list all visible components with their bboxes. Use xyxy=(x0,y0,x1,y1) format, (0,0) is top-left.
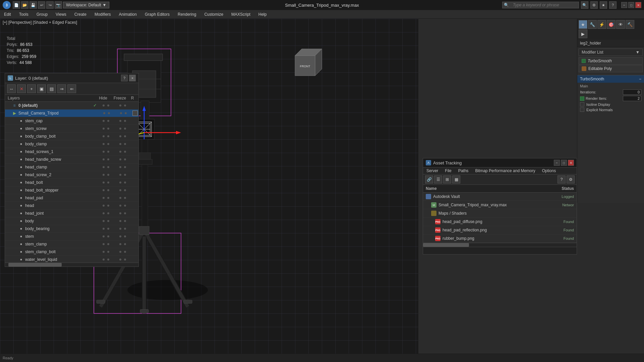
asset-item-max-file[interactable]: M Small_Camera_Tripod_max_vray.max Netwo… xyxy=(423,201,577,209)
menu-animation[interactable]: Animation xyxy=(115,11,141,18)
ts-minus[interactable]: − xyxy=(639,77,641,81)
menu-graph-editors[interactable]: Graph Editors xyxy=(141,11,174,18)
turbosmooth-modifier[interactable]: TurboSmooth xyxy=(579,57,643,65)
layer-tripod-checkbox[interactable] xyxy=(132,111,138,116)
asset-item-vault[interactable]: Autodesk Vault Logged xyxy=(423,193,577,201)
layer-item-body-bearing[interactable]: ■ body_bearing xyxy=(5,225,138,233)
asset-menu-options[interactable]: Options xyxy=(539,167,559,174)
layer-tool-select[interactable]: ▣ xyxy=(37,84,46,93)
layer-close-button[interactable]: × xyxy=(129,75,136,81)
capture-button[interactable]: 📷 xyxy=(55,1,62,9)
layer-item-tripod[interactable]: ▶ Small_Camera_Tripod xyxy=(5,110,138,117)
layer-help-button[interactable]: ? xyxy=(121,75,128,81)
layer-scrollbar[interactable] xyxy=(5,263,138,267)
hide-dots xyxy=(98,259,113,261)
menu-help[interactable]: Help xyxy=(254,11,271,18)
create-tab[interactable]: ★ xyxy=(579,20,587,29)
layer-item-water-level-liquid[interactable]: ■ water_level_liquid xyxy=(5,256,138,263)
ts-render-iters-input[interactable] xyxy=(623,96,641,101)
layer-item-head[interactable]: ■ head xyxy=(5,202,138,210)
layer-tool-move[interactable]: ▤ xyxy=(47,84,56,93)
open-file-button[interactable]: 📂 xyxy=(21,1,28,9)
display-tab[interactable]: 👁 xyxy=(616,20,625,29)
asset-menu-bitmap[interactable]: Bitmap Performance and Memory xyxy=(472,167,538,174)
layer-item-body-clamp-bolt[interactable]: ■ body_clamp_bolt xyxy=(5,133,138,140)
layer-tool-6[interactable]: ⇐ xyxy=(67,84,76,93)
extra-tab[interactable]: ▶ xyxy=(579,29,587,38)
ts-render-checkbox[interactable] xyxy=(580,96,584,101)
asset-reflection-status: Found xyxy=(547,228,574,232)
utilities-tab[interactable]: 🔨 xyxy=(626,20,634,29)
modifier-list-label[interactable]: Modifier List ▼ xyxy=(579,49,643,56)
asset-scrollbar[interactable] xyxy=(423,243,577,247)
layer-item-head-bolt[interactable]: ■ head_bolt xyxy=(5,179,138,187)
menu-customize[interactable]: Customize xyxy=(200,11,227,18)
layer-item-head-pad[interactable]: ■ head_pad xyxy=(5,194,138,202)
save-button[interactable]: 💾 xyxy=(30,1,37,9)
settings-icon[interactable]: ⚙ xyxy=(590,1,598,9)
ts-iterations-input[interactable] xyxy=(623,89,641,95)
menu-modifiers[interactable]: Modifiers xyxy=(91,11,115,18)
search-input[interactable] xyxy=(510,2,577,8)
layer-item-body[interactable]: ■ body xyxy=(5,217,138,225)
layer-item-stem-clamp[interactable]: ■ stem_clamp xyxy=(5,240,138,248)
layer-tool-delete[interactable]: ✕ xyxy=(17,84,26,93)
workspace-button[interactable]: Workspace: Default ▼ xyxy=(63,2,109,8)
asset-tool-settings[interactable]: ⚙ xyxy=(567,175,575,184)
asset-minimize-button[interactable]: − xyxy=(554,160,560,166)
asset-tool-2[interactable]: ☰ xyxy=(434,175,442,184)
ts-isoline-checkbox[interactable] xyxy=(580,102,584,106)
layer-item-head-bolt-stopper[interactable]: ■ head_bolt_stopper xyxy=(5,187,138,194)
layer-item-stem-clamp-bolt[interactable]: ■ stem_clamp_bolt xyxy=(5,248,138,256)
asset-item-bump[interactable]: PNG rubber_bump.png Found xyxy=(423,234,577,243)
png-icon: PNG xyxy=(435,227,441,233)
layer-item-default[interactable]: ≡ 0 (default) ✓ xyxy=(5,102,138,110)
menu-tools[interactable]: Tools xyxy=(15,11,33,18)
layer-item-stem[interactable]: ■ stem xyxy=(5,233,138,240)
help-button[interactable]: ? xyxy=(609,1,617,9)
menu-edit[interactable]: Edit xyxy=(0,11,15,18)
minimize-button[interactable]: − xyxy=(621,2,627,8)
asset-maximize-button[interactable]: □ xyxy=(561,160,567,166)
layer-item-stem-screw[interactable]: ■ stem_screw xyxy=(5,125,138,133)
layer-item-head-screws-1[interactable]: ■ head_screws_1 xyxy=(5,148,138,156)
layer-item-head-handle-screw[interactable]: ■ head_handle_screw xyxy=(5,156,138,163)
layer-item-body-clamp[interactable]: ■ body_clamp xyxy=(5,140,138,148)
layer-tool-5[interactable]: ⇒ xyxy=(57,84,66,93)
asset-item-reflection[interactable]: PNG head_pad_reflection.png Found xyxy=(423,226,577,234)
menu-create[interactable]: Create xyxy=(70,11,91,18)
layer-item-stem-cap[interactable]: ■ stem_cap xyxy=(5,117,138,125)
asset-tool-help[interactable]: ? xyxy=(558,175,566,184)
asset-item-diffuse[interactable]: PNG head_pad_diffuse.png Found xyxy=(423,218,577,226)
layer-item-head-clamp[interactable]: ■ head_clamp xyxy=(5,163,138,171)
layer-item-head-joint[interactable]: ■ head_joint xyxy=(5,210,138,217)
asset-menu-file[interactable]: File xyxy=(442,167,455,174)
modify-tab[interactable]: 🔧 xyxy=(588,20,597,29)
asset-tool-3[interactable]: ⊞ xyxy=(443,175,451,184)
menu-rendering[interactable]: Rendering xyxy=(174,11,200,18)
asset-menu-server[interactable]: Server xyxy=(423,167,442,174)
asset-item-maps-folder[interactable]: Maps / Shaders xyxy=(423,209,577,218)
asset-close-button[interactable]: ✕ xyxy=(568,160,574,166)
motion-tab[interactable]: 🎯 xyxy=(607,20,616,29)
redo-button[interactable]: ↪ xyxy=(46,1,54,9)
close-button[interactable]: ✕ xyxy=(635,2,641,8)
search-button[interactable]: 🔍 xyxy=(581,1,588,9)
layer-tool-1[interactable]: ↔ xyxy=(7,84,16,93)
maximize-button[interactable]: □ xyxy=(628,2,634,8)
asset-menu-paths[interactable]: Paths xyxy=(455,167,472,174)
ts-explicit-checkbox[interactable] xyxy=(580,107,584,112)
menu-maxscript[interactable]: MAXScript xyxy=(227,11,254,18)
bookmark-icon[interactable]: ★ xyxy=(600,1,607,9)
hierarchy-tab[interactable]: ⚡ xyxy=(597,20,606,29)
undo-button[interactable]: ↩ xyxy=(38,1,45,9)
menu-views[interactable]: Views xyxy=(52,11,70,18)
new-file-button[interactable]: 📄 xyxy=(13,1,20,9)
menu-group[interactable]: Group xyxy=(33,11,52,18)
layer-obj-name: head_handle_screw xyxy=(25,157,92,162)
asset-tool-1[interactable]: 🔗 xyxy=(425,175,433,184)
asset-tool-4[interactable]: ▦ xyxy=(452,175,460,184)
editablepoly-modifier[interactable]: Editable Poly xyxy=(579,65,643,72)
layer-item-head-screw-2[interactable]: ■ head_screw_2 xyxy=(5,171,138,179)
layer-tool-add[interactable]: + xyxy=(27,84,36,93)
